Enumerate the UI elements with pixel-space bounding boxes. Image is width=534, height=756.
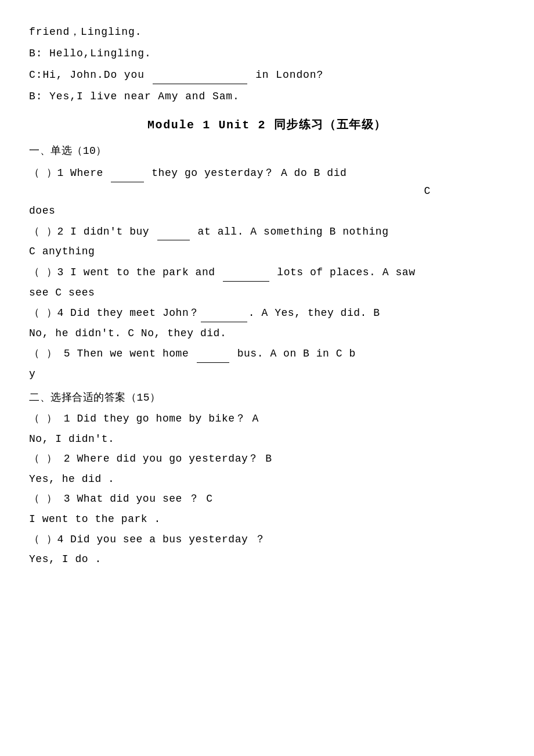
section1-heading: 一、单选（10） [29, 142, 505, 160]
question4: （ ）4 Did they meet John？ . A Yes, they d… [29, 304, 505, 322]
document-content: friend，Lingling. B: Hello,Lingling. C:Hi… [29, 23, 505, 568]
question4b: No, he didn't. C No, they did. [29, 325, 505, 343]
q3-text: （ ）3 I went to the park and lots of plac… [29, 267, 416, 278]
page-title: Module 1 Unit 2 同步练习（五年级） [29, 116, 505, 135]
blank-q5 [197, 344, 230, 363]
blank-q2 [157, 222, 190, 241]
question9: （ ）4 Did you see a bus yesterday ？ [29, 531, 505, 549]
question8b: I went to the park . [29, 510, 505, 528]
line-hi-end: in London? [255, 69, 323, 81]
blank-q3 [223, 263, 269, 282]
q1-text: （ ）1 Where they go yesterday？ A do B did [29, 167, 347, 179]
question2: （ ）2 I didn't buy at all. A something B … [29, 222, 505, 241]
blank-q1 [111, 164, 144, 182]
question6: （ ） 1 Did they go home by bike？ A [29, 410, 505, 428]
question8: （ ） 3 What did you see ？ C [29, 490, 505, 508]
question2b: C anything [29, 243, 505, 261]
question3: （ ）3 I went to the park and lots of plac… [29, 263, 505, 282]
question7: （ ） 2 Where did you go yesterday？ B [29, 450, 505, 468]
section2-heading: 二、选择合适的答案（15） [29, 389, 505, 407]
question9b: Yes, I do . [29, 550, 505, 568]
q5-text: （ ） 5 Then we went home bus. A on B in C… [29, 348, 356, 359]
question5b: y [29, 365, 505, 383]
question3b: see C sees [29, 284, 505, 302]
q1-c: C [424, 185, 431, 197]
blank-q4 [201, 304, 247, 322]
blank-london [153, 66, 248, 84]
question7b: Yes, he did . [29, 470, 505, 488]
line-hello: B: Hello,Lingling. [29, 45, 505, 63]
line-hi-text: C:Hi, John.Do you [29, 69, 145, 81]
q2-text: （ ）2 I didn't buy at all. A something B … [29, 226, 389, 237]
line-hi: C:Hi, John.Do you in London? [29, 66, 505, 84]
question5: （ ） 5 Then we went home bus. A on B in C… [29, 344, 505, 363]
question1b: does [29, 202, 505, 220]
line-yes: B: Yes,I live near Amy and Sam. [29, 88, 505, 106]
q4-text: （ ）4 Did they meet John？ . A Yes, they d… [29, 307, 380, 319]
question6b: No, I didn't. [29, 430, 505, 448]
question1: （ ）1 Where they go yesterday？ A do B did… [29, 164, 505, 200]
line-friend: friend，Lingling. [29, 23, 505, 41]
